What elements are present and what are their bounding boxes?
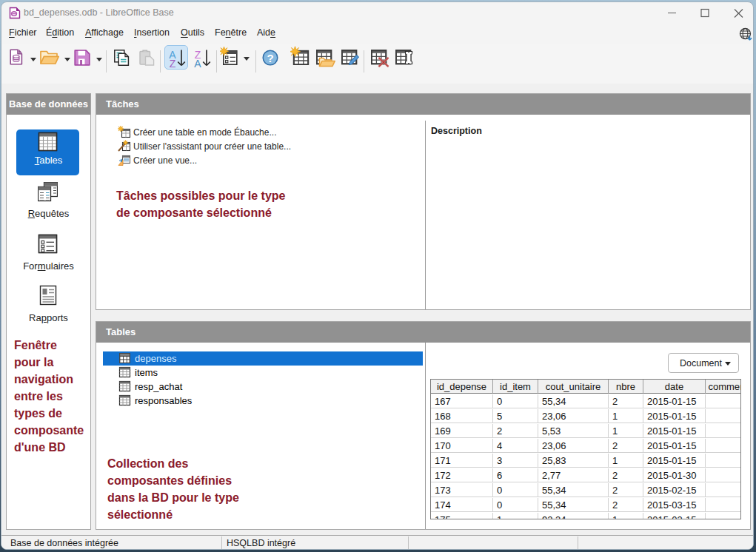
svg-text:A: A bbox=[194, 58, 201, 69]
svg-text:?: ? bbox=[267, 52, 273, 64]
svg-text:Z: Z bbox=[170, 58, 176, 69]
